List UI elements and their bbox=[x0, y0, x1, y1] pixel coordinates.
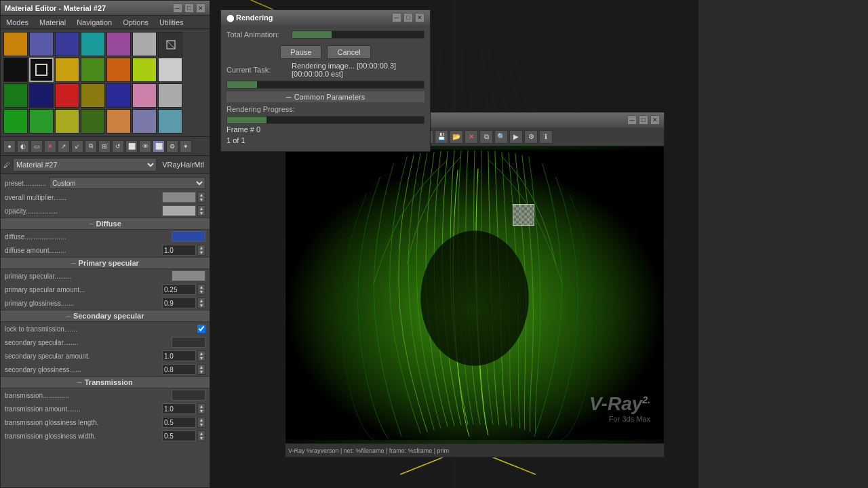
transmission-amount-input[interactable] bbox=[162, 403, 196, 414]
swatch-8-active[interactable] bbox=[29, 58, 54, 82]
swatch-18[interactable] bbox=[106, 83, 131, 108]
rendering-close-btn[interactable]: ✕ bbox=[415, 13, 425, 22]
secondary-specular-amount-input[interactable] bbox=[162, 350, 196, 361]
swatch-22[interactable] bbox=[29, 109, 54, 134]
lock-transmission-checkbox[interactable] bbox=[197, 325, 205, 333]
vray-tool-open[interactable]: 📂 bbox=[450, 130, 463, 144]
swatch-12[interactable] bbox=[132, 58, 157, 82]
cancel-button[interactable]: Cancel bbox=[327, 45, 370, 59]
vray-tool-settings[interactable]: ⚙ bbox=[524, 130, 538, 144]
spinner-down[interactable]: ▼ bbox=[198, 197, 205, 202]
vray-tool-info[interactable]: ℹ bbox=[539, 130, 553, 144]
swatch-21[interactable] bbox=[3, 109, 28, 134]
secondary-glossiness-spinner[interactable]: ▲ ▼ bbox=[197, 364, 205, 375]
vray-tool-copy2[interactable]: ⧉ bbox=[479, 130, 493, 144]
transmission-glossiness-width-input[interactable] bbox=[162, 430, 196, 441]
rendering-minimize-btn[interactable]: ─ bbox=[392, 13, 401, 22]
swatch-14[interactable] bbox=[3, 83, 28, 108]
swatch-19[interactable] bbox=[132, 83, 157, 108]
opacity-spinner-down[interactable]: ▼ bbox=[198, 211, 205, 216]
primary-specular-amount-spinner[interactable]: ▲ ▼ bbox=[197, 284, 205, 295]
transmission-glossiness-length-input[interactable] bbox=[162, 417, 196, 428]
tool-sample-cylinder[interactable]: ◐ bbox=[17, 140, 29, 152]
spinner-up[interactable]: ▲ bbox=[198, 192, 205, 197]
tool-paste[interactable]: ⊞ bbox=[98, 140, 111, 152]
overall-multiplier-spinner[interactable]: ▲ ▼ bbox=[197, 192, 205, 203]
swatch-26[interactable] bbox=[132, 109, 157, 134]
opacity-spinner[interactable]: ▲ ▼ bbox=[197, 205, 205, 216]
swatch-10[interactable] bbox=[81, 58, 105, 82]
swatch-2[interactable] bbox=[55, 32, 79, 56]
primary-specular-swatch[interactable] bbox=[172, 270, 205, 281]
tool-get[interactable]: ↙ bbox=[71, 140, 83, 152]
diffuse-amount-spinner[interactable]: ▲ ▼ bbox=[197, 245, 205, 256]
swatch-11[interactable] bbox=[106, 58, 131, 82]
menu-modes[interactable]: Modes bbox=[3, 18, 31, 26]
swatch-4[interactable] bbox=[106, 32, 131, 56]
opacity-spinner-up[interactable]: ▲ bbox=[198, 206, 205, 211]
primary-specular-amount-input[interactable] bbox=[162, 284, 196, 295]
tool-reset[interactable]: ↺ bbox=[112, 140, 124, 152]
transmission-header[interactable]: ─ Transmission bbox=[1, 376, 210, 388]
vray-tool-close-x[interactable]: ✕ bbox=[465, 130, 478, 144]
tool-show-in-viewport[interactable]: 👁 bbox=[139, 140, 151, 152]
secondary-specular-header[interactable]: ─ Secondary specular bbox=[1, 310, 210, 322]
tool-sample-plane[interactable]: ▭ bbox=[31, 140, 43, 152]
swatch-5[interactable] bbox=[132, 32, 157, 56]
diffuse-section-header[interactable]: ─ Diffuse bbox=[1, 218, 210, 230]
swatch-27[interactable] bbox=[158, 109, 182, 134]
transmission-glossiness-length-spinner[interactable]: ▲ ▼ bbox=[197, 417, 205, 428]
transmission-swatch[interactable] bbox=[172, 390, 205, 401]
swatch-25[interactable] bbox=[106, 109, 131, 134]
transmission-glossiness-width-spinner[interactable]: ▲ ▼ bbox=[197, 430, 205, 441]
primary-glossiness-spinner[interactable]: ▲ ▼ bbox=[197, 298, 205, 308]
transmission-amount-spinner[interactable]: ▲ ▼ bbox=[197, 403, 205, 414]
tool-show-map[interactable]: ⬜ bbox=[125, 140, 138, 152]
swatch-7[interactable] bbox=[3, 58, 28, 82]
vray-tool-save[interactable]: 💾 bbox=[435, 130, 448, 144]
swatch-15[interactable] bbox=[29, 83, 54, 108]
close-button[interactable]: ✕ bbox=[196, 3, 205, 13]
opacity-swatch[interactable] bbox=[162, 205, 196, 216]
maximize-button[interactable]: □ bbox=[184, 3, 194, 13]
secondary-specular-swatch[interactable] bbox=[172, 337, 205, 348]
menu-utilities[interactable]: Utilities bbox=[157, 18, 186, 26]
pause-button[interactable]: Pause bbox=[280, 45, 321, 59]
diffuse-amount-input[interactable] bbox=[162, 245, 196, 256]
primary-glossiness-input[interactable] bbox=[162, 298, 196, 308]
swatch-23[interactable] bbox=[55, 109, 79, 134]
swatch-24[interactable] bbox=[81, 109, 105, 134]
tool-options[interactable]: ⚙ bbox=[166, 140, 178, 152]
swatch-16[interactable] bbox=[55, 83, 79, 108]
rendering-maximize-btn[interactable]: □ bbox=[403, 13, 413, 22]
tool-pick[interactable]: ✦ bbox=[180, 140, 192, 152]
tool-copy[interactable]: ⧉ bbox=[85, 140, 97, 152]
vray-buffer-close-btn[interactable]: ✕ bbox=[650, 115, 660, 125]
preset-select[interactable]: Custom bbox=[49, 177, 205, 189]
vray-buffer-maximize-btn[interactable]: □ bbox=[639, 115, 648, 125]
secondary-specular-amount-spinner[interactable]: ▲ ▼ bbox=[197, 350, 205, 361]
vray-tool-render[interactable]: ▶ bbox=[509, 130, 523, 144]
minimize-button[interactable]: ─ bbox=[173, 3, 182, 13]
menu-material[interactable]: Material bbox=[37, 18, 68, 26]
menu-navigation[interactable]: Navigation bbox=[74, 18, 115, 26]
swatch-9[interactable] bbox=[55, 58, 79, 82]
tool-assign[interactable]: ↗ bbox=[58, 140, 70, 152]
swatch-0[interactable] bbox=[3, 32, 28, 56]
diffuse-color-swatch[interactable] bbox=[172, 231, 205, 242]
primary-specular-header[interactable]: ─ Primary specular bbox=[1, 257, 210, 269]
swatch-3[interactable] bbox=[81, 32, 105, 56]
secondary-glossiness-input[interactable] bbox=[162, 364, 196, 375]
common-params-header[interactable]: ─ Common Parameters bbox=[226, 92, 425, 102]
material-name-select[interactable]: Material #27 bbox=[13, 158, 157, 171]
overall-multiplier-swatch[interactable] bbox=[162, 192, 196, 203]
tool-active[interactable]: ⬜ bbox=[153, 140, 165, 152]
tool-sample-sphere[interactable]: ● bbox=[3, 140, 16, 152]
swatch-17[interactable] bbox=[81, 83, 105, 108]
swatch-6[interactable] bbox=[158, 32, 182, 56]
vray-buffer-minimize-btn[interactable]: ─ bbox=[627, 115, 637, 125]
vray-tool-zoom[interactable]: 🔍 bbox=[494, 130, 508, 144]
swatch-1[interactable] bbox=[29, 32, 54, 56]
menu-options[interactable]: Options bbox=[120, 18, 151, 26]
swatch-13[interactable] bbox=[158, 58, 182, 82]
